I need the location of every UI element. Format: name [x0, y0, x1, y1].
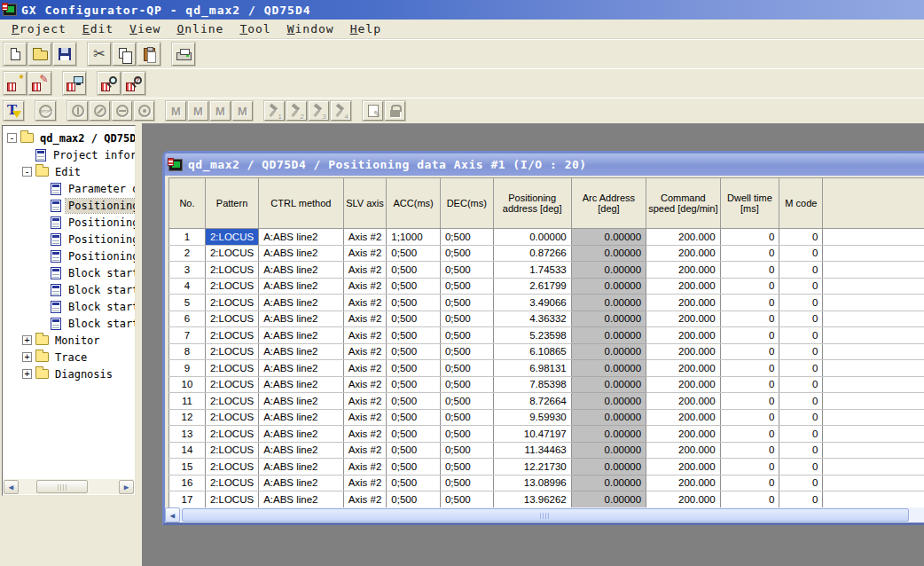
cell-positioning-address-deg-row-10[interactable]: 7.85398: [493, 376, 571, 393]
cell-ctrl-method-row-12[interactable]: A:ABS line2: [259, 409, 344, 426]
test-operation-button-1[interactable]: 1: [264, 101, 285, 121]
cell-dwell-time-ms-row-7[interactable]: 0: [720, 327, 779, 344]
cell-spare-row-13[interactable]: [823, 426, 924, 443]
cell-command-speed-deg-min-row-5[interactable]: 200.000: [646, 295, 720, 311]
cell-m-code-row-10[interactable]: 0: [779, 376, 823, 393]
cell-pattern-row-11[interactable]: 2:LOCUS: [205, 393, 258, 410]
cell-dwell-time-ms-row-11[interactable]: 0: [720, 393, 779, 410]
cell-spare-row-14[interactable]: [823, 442, 924, 459]
m-code-off-button-4[interactable]: M: [232, 101, 253, 121]
menu-edit[interactable]: Edit: [74, 20, 121, 38]
cell-pattern-row-4[interactable]: 2:LOCUS: [205, 278, 258, 295]
copy-button[interactable]: [113, 43, 136, 66]
cell-positioning-address-deg-row-4[interactable]: 2.61799: [493, 278, 571, 295]
axis-operation-button-3[interactable]: [112, 101, 132, 121]
cut-button[interactable]: ✂: [88, 43, 111, 66]
cell-spare-row-1[interactable]: [823, 229, 924, 246]
cell-acc-ms-row-4[interactable]: 0;500: [387, 278, 441, 295]
cell-slv-axis-row-1[interactable]: Axis #2: [343, 229, 387, 246]
cell-command-speed-deg-min-row-10[interactable]: 200.000: [646, 376, 720, 393]
cell-pattern-row-16[interactable]: 2:LOCUS: [205, 475, 258, 491]
cell-dec-ms-row-6[interactable]: 0;500: [440, 311, 493, 327]
cell-positioning-address-deg-row-15[interactable]: 12.21730: [493, 459, 571, 476]
cell-arc-address-deg-row-17[interactable]: 0.00000: [571, 491, 646, 508]
cell-spare-row-11[interactable]: [823, 393, 924, 410]
cell-dwell-time-ms-row-1[interactable]: 0: [720, 229, 779, 246]
cell-spare-row-17[interactable]: [823, 491, 924, 508]
cell-slv-axis-row-16[interactable]: Axis #2: [343, 475, 387, 491]
cell-spare-row-16[interactable]: [823, 475, 924, 491]
cell-m-code-row-15[interactable]: 0: [779, 459, 823, 476]
cell-pattern-row-10[interactable]: 2:LOCUS: [205, 376, 258, 393]
cell-dwell-time-ms-row-17[interactable]: 0: [720, 491, 779, 508]
cell-acc-ms-row-12[interactable]: 0;500: [387, 409, 441, 426]
expand-icon[interactable]: +: [22, 369, 32, 379]
cell-command-speed-deg-min-row-13[interactable]: 200.000: [646, 426, 720, 443]
cell-dwell-time-ms-row-3[interactable]: 0: [720, 262, 779, 279]
new-module-button[interactable]: *: [4, 72, 27, 95]
cell-slv-axis-row-5[interactable]: Axis #2: [343, 295, 387, 311]
cell-positioning-address-deg-row-14[interactable]: 11.34463: [493, 442, 571, 459]
cell-arc-address-deg-row-13[interactable]: 0.00000: [571, 426, 646, 443]
cell-spare-row-12[interactable]: [823, 409, 924, 426]
scroll-left-button[interactable]: ◀: [165, 507, 180, 523]
data-check-button[interactable]: [363, 101, 383, 121]
tree-item-positioning[interactable]: Positioning: [3, 248, 135, 264]
cell-dwell-time-ms-row-5[interactable]: 0: [720, 295, 779, 311]
cell-acc-ms-row-17[interactable]: 0;500: [387, 491, 441, 508]
cell-m-code-row-14[interactable]: 0: [779, 442, 823, 459]
cell-positioning-address-deg-row-13[interactable]: 10.47197: [493, 426, 571, 443]
cell-m-code-row-3[interactable]: 0: [779, 262, 823, 279]
cell-acc-ms-row-16[interactable]: 0;500: [387, 475, 441, 491]
cell-dec-ms-row-10[interactable]: 0;500: [440, 376, 493, 393]
cell-positioning-address-deg-row-16[interactable]: 13.08996: [493, 475, 571, 491]
cell-positioning-address-deg-row-2[interactable]: 0.87266: [493, 245, 571, 262]
cell-m-code-row-9[interactable]: 0: [779, 360, 823, 377]
tree-item-monitor[interactable]: +Monitor: [3, 332, 135, 349]
cell-no-row-3[interactable]: 3: [169, 262, 206, 279]
cell-no-row-6[interactable]: 6: [169, 311, 206, 327]
m-code-off-button-1[interactable]: M: [166, 101, 186, 121]
menu-tool[interactable]: Tool: [231, 20, 278, 38]
tree-item-block-start[interactable]: Block start: [3, 281, 135, 298]
cell-acc-ms-row-7[interactable]: 0;500: [387, 327, 441, 344]
cell-no-row-5[interactable]: 5: [169, 295, 206, 311]
cell-arc-address-deg-row-9[interactable]: 0.00000: [571, 360, 646, 377]
cell-no-row-2[interactable]: 2: [169, 245, 206, 262]
edit-module-button[interactable]: ✎: [28, 72, 51, 95]
cell-m-code-row-17[interactable]: 0: [779, 491, 823, 508]
cell-spare-row-15[interactable]: [823, 459, 924, 476]
tree-item-trace[interactable]: +Trace: [3, 349, 135, 366]
cell-slv-axis-row-15[interactable]: Axis #2: [343, 459, 387, 476]
cell-dec-ms-row-4[interactable]: 0;500: [440, 278, 493, 295]
cell-command-speed-deg-min-row-12[interactable]: 200.000: [646, 409, 720, 426]
cell-pattern-row-7[interactable]: 2:LOCUS: [205, 327, 258, 344]
cell-pattern-row-5[interactable]: 2:LOCUS: [205, 295, 258, 311]
cell-pattern-row-17[interactable]: 2:LOCUS: [205, 491, 258, 508]
cell-dec-ms-row-7[interactable]: 0;500: [440, 327, 493, 344]
cell-dwell-time-ms-row-8[interactable]: 0: [720, 343, 779, 360]
cell-ctrl-method-row-17[interactable]: A:ABS line2: [259, 491, 344, 508]
cell-positioning-address-deg-row-11[interactable]: 8.72664: [493, 393, 571, 410]
cell-dec-ms-row-12[interactable]: 0;500: [440, 409, 493, 426]
cell-m-code-row-13[interactable]: 0: [779, 426, 823, 443]
tree-horizontal-scrollbar[interactable]: ◀ ▶: [4, 479, 134, 494]
cell-spare-row-8[interactable]: [823, 343, 924, 360]
cell-ctrl-method-row-4[interactable]: A:ABS line2: [259, 278, 344, 295]
print-button[interactable]: [172, 43, 195, 66]
cell-arc-address-deg-row-2[interactable]: 0.00000: [571, 245, 646, 262]
document-titlebar[interactable]: qd_max2 / QD75D4 / Positioning data Axis…: [165, 153, 924, 176]
cell-pattern-row-2[interactable]: 2:LOCUS: [205, 245, 258, 262]
cell-m-code-row-1[interactable]: 0: [779, 229, 823, 246]
cell-acc-ms-row-13[interactable]: 0;500: [387, 426, 441, 443]
cell-arc-address-deg-row-12[interactable]: 0.00000: [571, 409, 646, 426]
cell-no-row-14[interactable]: 14: [169, 442, 206, 459]
cell-slv-axis-row-8[interactable]: Axis #2: [343, 343, 387, 360]
cell-spare-row-2[interactable]: [823, 245, 924, 262]
cell-positioning-address-deg-row-6[interactable]: 4.36332: [493, 311, 571, 327]
cell-m-code-row-2[interactable]: 0: [779, 245, 823, 262]
cell-arc-address-deg-row-5[interactable]: 0.00000: [571, 295, 646, 311]
axis-operation-button-4[interactable]: [134, 101, 154, 121]
cell-no-row-9[interactable]: 9: [169, 360, 206, 377]
cell-m-code-row-8[interactable]: 0: [779, 343, 823, 360]
